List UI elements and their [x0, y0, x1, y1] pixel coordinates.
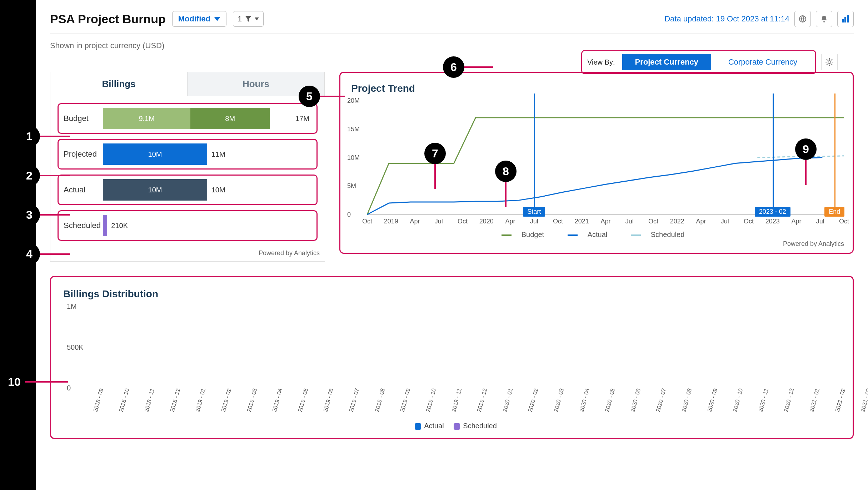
panel-settings-button[interactable] — [821, 54, 838, 70]
dist-title: Billings Distribution — [63, 288, 843, 300]
callout-6: 6 — [443, 56, 464, 78]
svg-rect-7 — [847, 15, 849, 22]
viewby-segmented: View By: Project Currency Corporate Curr… — [581, 50, 816, 74]
scheduled-total: 210K — [111, 222, 128, 230]
callout-10: 10 — [4, 371, 25, 393]
actual-total: 10M — [211, 186, 225, 194]
project-trend-panel: Project Trend 05M10M15M20MOct2019AprJulO… — [339, 72, 854, 254]
callout-9: 9 — [795, 138, 817, 160]
funnel-icon — [245, 16, 251, 22]
tab-billings[interactable]: Billings — [50, 72, 188, 96]
budget-seg1: 9.1M — [103, 108, 190, 129]
row-label: Actual — [64, 185, 103, 195]
projected-seg1: 10M — [103, 143, 207, 165]
powered-by-text: Powered by Analytics — [349, 240, 844, 248]
svg-point-8 — [828, 61, 831, 64]
callout-5: 5 — [299, 86, 320, 107]
page-title: PSA Project Burnup — [50, 12, 166, 26]
filter-pill-label: 1 — [238, 14, 242, 24]
row-projected: Projected 10M 11M — [58, 139, 318, 170]
dist-legend: Actual Scheduled — [61, 422, 843, 430]
viewby-label: View By: — [587, 58, 615, 66]
status-pill[interactable]: Modified — [172, 11, 226, 27]
caret-down-icon — [255, 17, 259, 20]
svg-line-16 — [831, 59, 832, 60]
svg-marker-0 — [214, 17, 220, 21]
row-label: Projected — [64, 150, 103, 159]
callout-1: 1 — [19, 126, 40, 147]
scheduled-seg1 — [103, 215, 107, 236]
svg-point-4 — [823, 21, 825, 22]
dist-chart[interactable]: 0500K1M — [90, 306, 843, 388]
billings-summary-panel: Billings Hours Budget 9.1M 8M 17M Projec… — [50, 72, 325, 262]
data-updated-text: Data updated: 19 Oct 2023 at 11:14 — [664, 14, 789, 24]
filter-pill[interactable]: 1 — [233, 11, 264, 27]
svg-rect-5 — [842, 19, 844, 22]
page-header: PSA Project Burnup Modified 1 Data updat… — [50, 11, 854, 34]
trend-title: Project Trend — [351, 83, 844, 94]
callout-2: 2 — [19, 165, 40, 186]
viewby-option-corporate[interactable]: Corporate Currency — [715, 54, 810, 70]
row-label: Budget — [64, 114, 103, 123]
trend-legend: Budget Actual Scheduled — [349, 231, 844, 239]
budget-total: 17M — [295, 115, 309, 123]
caret-down-icon — [214, 17, 220, 21]
svg-line-15 — [827, 64, 828, 65]
viewby-option-project[interactable]: Project Currency — [622, 54, 711, 70]
currency-subhead: Shown in project currency (USD) — [50, 41, 854, 50]
svg-marker-1 — [245, 16, 251, 22]
actual-seg1: 10M — [103, 179, 207, 201]
projected-total: 11M — [211, 150, 225, 158]
share-button[interactable] — [794, 11, 811, 27]
svg-line-13 — [827, 59, 828, 60]
status-pill-label: Modified — [178, 14, 210, 24]
billings-distribution-panel: Billings Distribution 0500K1M 2018 - 092… — [50, 276, 854, 439]
svg-rect-6 — [844, 17, 846, 22]
analytics-button[interactable] — [837, 11, 854, 27]
powered-by-text: Powered by Analytics — [50, 249, 325, 261]
globe-icon — [799, 15, 807, 23]
svg-line-14 — [831, 64, 832, 65]
row-actual: Actual 10M 10M — [58, 175, 318, 205]
gear-icon — [825, 58, 833, 66]
bar-chart-icon — [842, 15, 849, 23]
callout-8: 8 — [495, 161, 517, 182]
bell-icon — [820, 15, 828, 23]
row-scheduled: Scheduled 210K — [58, 210, 318, 241]
row-budget: Budget 9.1M 8M 17M — [58, 103, 318, 134]
callout-3: 3 — [19, 204, 40, 226]
svg-marker-2 — [255, 17, 259, 20]
budget-seg2: 8M — [190, 108, 270, 129]
callout-4: 4 — [19, 243, 40, 265]
notifications-button[interactable] — [816, 11, 832, 27]
callout-7: 7 — [424, 143, 446, 164]
